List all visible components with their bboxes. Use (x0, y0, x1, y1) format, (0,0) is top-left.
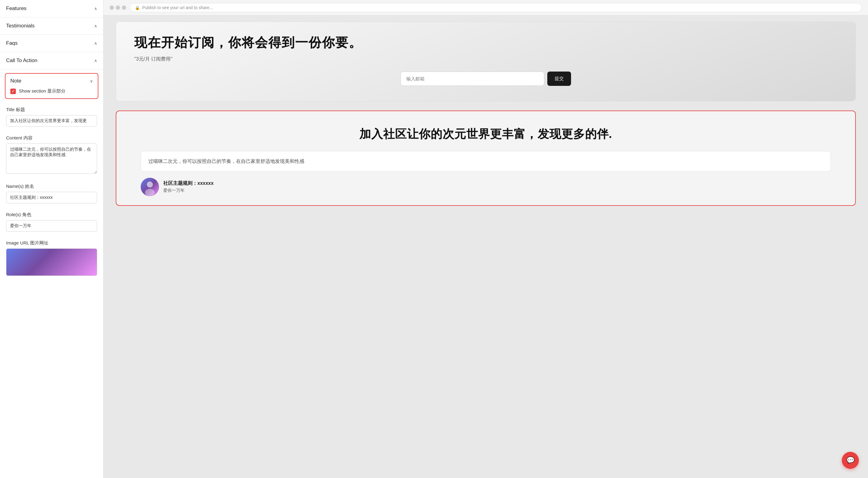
image-thumbnail (6, 249, 97, 276)
content-label: Content 内容 (6, 135, 97, 141)
chat-button[interactable]: 💬 (842, 452, 859, 469)
note-title: Note (10, 78, 21, 84)
browser-bar: 🔒 Publish to see your url and to share..… (103, 0, 868, 15)
hero-subtitle: "3元/月 订阅费用" (134, 56, 837, 62)
main-area: 🔒 Publish to see your url and to share..… (103, 0, 868, 478)
author-role: 爱你一万年 (163, 188, 214, 193)
names-field-group: Name(s) 姓名 (0, 179, 103, 208)
submit-button[interactable]: 提交 (547, 71, 571, 86)
content-field-group: Content 内容 过喵咪二次元，你可以按照自己的节奏，在自己家里舒适地发现美… (0, 131, 103, 179)
avatar (141, 178, 159, 196)
roles-input[interactable] (6, 220, 97, 232)
email-row: 提交 (401, 71, 571, 86)
email-input[interactable] (401, 71, 544, 86)
dot-green (122, 5, 126, 10)
sidebar-item-faqs[interactable]: Faqs ∧ (0, 35, 103, 52)
image-label: Image URL 图片网址 (6, 240, 97, 246)
svg-point-1 (147, 182, 153, 188)
cta-section: 加入社区让你的次元世界更丰富，发现更多的伴. 过喵咪二次元，你可以按照自己的节奏… (116, 110, 856, 206)
note-box: Note ∨ Show section 显示部分 (5, 73, 98, 99)
content-textarea[interactable]: 过喵咪二次元，你可以按照自己的节奏，在自己家里舒适地发现美和性感 (6, 144, 97, 174)
top-section-wrapper: 现在开始订阅，你将会得到一份你要。 "3元/月 订阅费用" 提交 (103, 15, 868, 101)
names-input[interactable] (6, 192, 97, 203)
cta-label: Call To Action (6, 58, 37, 64)
dot-yellow (116, 5, 120, 10)
names-label: Name(s) 姓名 (6, 184, 97, 189)
show-section-row: Show section 显示部分 (10, 88, 93, 94)
hero-section: 现在开始订阅，你将会得到一份你要。 "3元/月 订阅费用" 提交 (116, 22, 856, 101)
top-section-card: 现在开始订阅，你将会得到一份你要。 "3元/月 订阅费用" 提交 (116, 22, 856, 101)
roles-label: Role(s) 角色 (6, 212, 97, 218)
cta-content-card: 过喵咪二次元，你可以按照自己的节奏，在自己家里舒适地发现美和性感 (141, 151, 831, 172)
lock-icon: 🔒 (135, 5, 140, 10)
show-section-label: Show section 显示部分 (19, 88, 65, 94)
hero-title: 现在开始订阅，你将会得到一份你要。 (134, 34, 837, 51)
sidebar-item-call-to-action[interactable]: Call To Action ∧ (0, 52, 103, 69)
faqs-chevron-icon: ∧ (94, 41, 97, 46)
sidebar-item-testimonials[interactable]: Testimonials ∧ (0, 18, 103, 35)
sidebar: Features ∧ Testimonials ∧ Faqs ∧ Call To… (0, 0, 103, 478)
address-bar[interactable]: 🔒 Publish to see your url and to share..… (130, 3, 862, 12)
title-input[interactable] (6, 115, 97, 127)
cta-content-text: 过喵咪二次元，你可以按照自己的节奏，在自己家里舒适地发现美和性感 (148, 157, 823, 165)
testimonials-chevron-icon: ∧ (94, 24, 97, 28)
features-chevron-icon: ∧ (94, 6, 97, 11)
title-label: Title 标题 (6, 107, 97, 113)
testimonials-label: Testimonials (6, 23, 35, 29)
avatar-image (141, 178, 159, 196)
author-info: 社区主题规则：xxxxxx 爱你一万年 (163, 180, 214, 193)
note-header: Note ∨ (10, 78, 93, 84)
author-name: 社区主题规则：xxxxxx (163, 180, 214, 187)
address-text: Publish to see your url and to share... (142, 5, 213, 10)
svg-point-2 (145, 189, 155, 196)
cta-chevron-icon: ∧ (94, 58, 97, 63)
browser-dots (110, 5, 126, 10)
cta-section-wrapper: 加入社区让你的次元世界更丰富，发现更多的伴. 过喵咪二次元，你可以按照自己的节奏… (103, 101, 868, 218)
show-section-checkbox[interactable] (10, 89, 16, 94)
features-label: Features (6, 5, 27, 11)
dot-red (110, 5, 114, 10)
faqs-label: Faqs (6, 40, 18, 46)
sidebar-item-features[interactable]: Features ∧ (0, 0, 103, 18)
cta-title: 加入社区让你的次元世界更丰富，发现更多的伴. (128, 126, 843, 142)
roles-field-group: Role(s) 角色 (0, 208, 103, 236)
image-field-group: Image URL 图片网址 (0, 236, 103, 280)
note-chevron-icon[interactable]: ∨ (90, 78, 93, 84)
title-field-group: Title 标题 (0, 103, 103, 131)
cta-author-row: 社区主题规则：xxxxxx 爱你一万年 (128, 178, 843, 196)
chat-icon: 💬 (846, 456, 855, 464)
